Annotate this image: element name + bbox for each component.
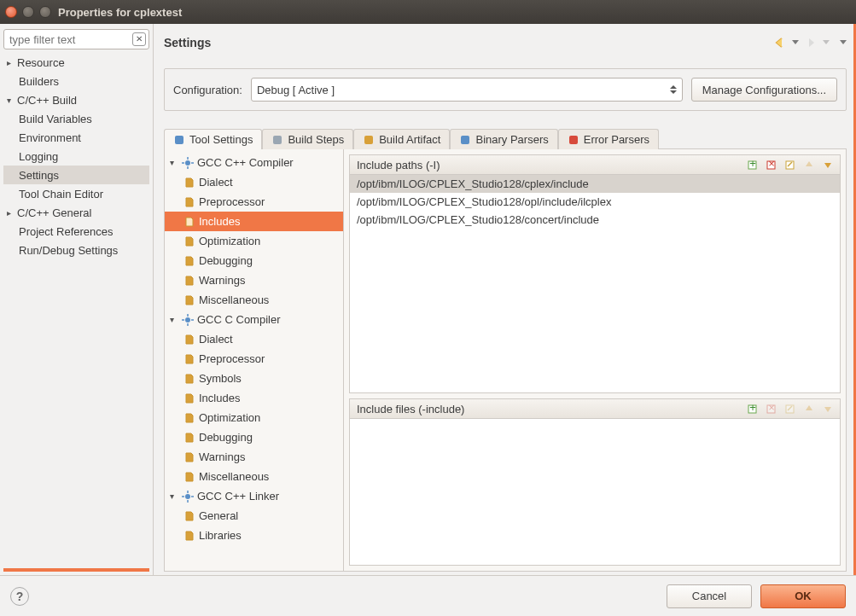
nav-item[interactable]: Environment — [3, 128, 149, 147]
nav-item[interactable]: Run/Debug Settings — [3, 241, 149, 259]
page-icon — [183, 412, 195, 424]
list-include-paths[interactable]: /opt/ibm/ILOG/CPLEX_Studio128/cplex/incl… — [350, 175, 840, 392]
list-item[interactable]: /opt/ibm/ILOG/CPLEX_Studio128/cplex/incl… — [350, 175, 840, 193]
tool-label: General — [199, 509, 238, 522]
nav-item[interactable]: ▾C/C++ Build — [3, 90, 149, 109]
page-header: Settings — [164, 29, 847, 56]
clear-filter-icon[interactable]: ✕ — [132, 32, 146, 46]
tab[interactable]: Binary Parsers — [450, 129, 557, 149]
nav-item[interactable]: Tool Chain Editor — [3, 184, 149, 203]
window-title: Properties for cplextest — [58, 6, 182, 19]
tool-item[interactable]: Debugging — [165, 427, 343, 447]
svg-text:×: × — [768, 403, 775, 414]
cancel-button[interactable]: Cancel — [667, 584, 752, 608]
twisty-icon: ▾ — [170, 491, 178, 501]
tab-label: Build Steps — [288, 133, 344, 146]
tool-group[interactable]: ▾GCC C++ Compiler — [165, 153, 343, 172]
tool-item[interactable]: Miscellaneous — [165, 467, 343, 486]
tool-item[interactable]: Warnings — [165, 270, 343, 290]
tool-label: Preprocessor — [199, 352, 265, 365]
tool-item[interactable]: Includes — [165, 388, 343, 408]
tool-item[interactable]: Includes — [165, 212, 343, 231]
list-item[interactable]: /opt/ibm/ILOG/CPLEX_Studio128/opl/includ… — [350, 193, 840, 211]
back-icon[interactable] — [773, 36, 787, 49]
twisty-icon: ▾ — [7, 96, 17, 105]
page-icon — [183, 177, 195, 189]
svg-rect-1 — [273, 136, 282, 144]
tool-group[interactable]: ▾GCC C++ Linker — [165, 486, 343, 506]
tab[interactable]: Build Artifact — [353, 129, 450, 149]
tool-group[interactable]: ▾GCC C Compiler — [165, 310, 343, 329]
edit-file-icon — [783, 402, 797, 416]
delete-icon[interactable]: × — [765, 158, 778, 171]
tool-item[interactable]: Debugging — [165, 251, 343, 270]
gear-icon — [182, 157, 194, 169]
nav-item[interactable]: Logging — [3, 147, 149, 166]
close-window-icon[interactable] — [5, 6, 17, 18]
tool-item[interactable]: Dialect — [165, 172, 343, 192]
page-icon — [183, 334, 195, 346]
page-icon — [183, 353, 195, 365]
minimize-window-icon[interactable] — [22, 6, 34, 18]
nav-item[interactable]: Settings — [3, 166, 149, 184]
tab-label: Binary Parsers — [475, 133, 548, 146]
tool-label: Dialect — [199, 176, 233, 189]
left-sidebar: ✕ ▸ResourceBuilders▾C/C++ BuildBuild Var… — [0, 24, 154, 575]
tab[interactable]: Error Parsers — [558, 129, 659, 149]
tool-label: Optimization — [199, 235, 260, 247]
svg-text:+: + — [749, 159, 756, 170]
view-menu-icon[interactable] — [840, 40, 847, 44]
tab-label: Error Parsers — [584, 133, 649, 146]
tool-label: Optimization — [199, 411, 260, 424]
tool-item[interactable]: Optimization — [165, 408, 343, 427]
help-icon[interactable]: ? — [10, 587, 29, 606]
tool-item[interactable]: Dialect — [165, 329, 343, 349]
nav-item[interactable]: Build Variables — [3, 109, 149, 128]
section-header-include-files: Include files (-include) + × — [350, 399, 840, 419]
tab[interactable]: Build Steps — [262, 129, 353, 149]
nav-item[interactable]: Project References — [3, 222, 149, 241]
tool-item[interactable]: Libraries — [165, 526, 343, 545]
list-item[interactable]: /opt/ibm/ILOG/CPLEX_Studio128/concert/in… — [350, 211, 840, 229]
nav-item[interactable]: Builders — [3, 72, 149, 90]
page-icon — [183, 451, 195, 463]
forward-icon[interactable] — [804, 36, 818, 49]
page-icon — [183, 216, 195, 228]
add-icon[interactable]: + — [746, 158, 760, 171]
back-menu-icon[interactable] — [792, 40, 799, 44]
move-down-icon[interactable] — [821, 158, 835, 171]
nav-item[interactable]: ▸Resource — [3, 53, 149, 72]
ok-button[interactable]: OK — [760, 584, 846, 608]
config-combo[interactable]: Debug [ Active ] — [251, 78, 683, 102]
svg-point-10 — [185, 317, 190, 323]
tool-item[interactable]: Symbols — [165, 369, 343, 388]
tool-label: Warnings — [199, 450, 245, 463]
tool-label: GCC C++ Compiler — [197, 156, 294, 169]
forward-menu-icon[interactable] — [823, 40, 830, 44]
maximize-window-icon[interactable] — [39, 6, 51, 18]
tool-label: Includes — [199, 215, 240, 228]
twisty-icon: ▸ — [7, 58, 17, 67]
gear-icon — [182, 314, 194, 326]
twisty-icon: ▸ — [7, 208, 17, 218]
page-icon — [183, 255, 195, 267]
list-include-files[interactable] — [350, 419, 840, 565]
tab-icon — [568, 134, 579, 146]
tool-item[interactable]: Warnings — [165, 447, 343, 467]
edit-icon[interactable] — [783, 158, 797, 171]
tab[interactable]: Tool Settings — [164, 129, 262, 149]
move-down-file-icon — [821, 402, 835, 416]
tool-item[interactable]: Miscellaneous — [165, 290, 343, 310]
nav-item[interactable]: ▸C/C++ General — [3, 203, 149, 222]
add-file-icon[interactable]: + — [746, 402, 760, 416]
tool-item[interactable]: General — [165, 506, 343, 526]
manage-config-button[interactable]: Manage Configurations... — [691, 78, 837, 102]
tool-label: Includes — [199, 392, 240, 404]
tool-item[interactable]: Preprocessor — [165, 349, 343, 369]
tool-item[interactable]: Preprocessor — [165, 192, 343, 212]
nav-label: Project References — [19, 225, 114, 238]
page-icon — [183, 294, 195, 306]
filter-input[interactable] — [3, 29, 149, 49]
bottom-bar: ? Cancel OK — [0, 575, 856, 616]
tool-item[interactable]: Optimization — [165, 231, 343, 251]
